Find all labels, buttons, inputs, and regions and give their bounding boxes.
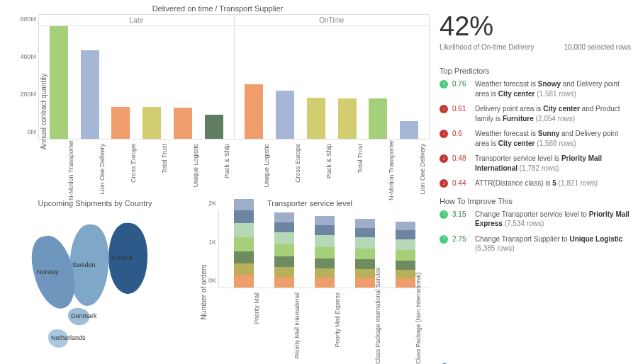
arrow-down-icon: ↓ <box>440 179 448 188</box>
predictor-text: Change Transporter service level to Prio… <box>475 210 631 229</box>
bar[interactable] <box>81 50 99 139</box>
stacked-bar[interactable] <box>396 222 415 288</box>
predictor-row[interactable]: ↑2.75Change Transport Supplier to Unique… <box>440 234 631 254</box>
predictor-value: 3.15 <box>452 210 471 220</box>
improve-heading: How To Improve This <box>440 197 631 205</box>
bar[interactable] <box>142 107 161 139</box>
bar[interactable] <box>307 98 325 139</box>
likelihood-percent: 42% <box>440 11 631 42</box>
predictor-text: Weather forecast is Sunny and Delivery p… <box>475 129 631 148</box>
predictor-row[interactable]: ↓0.44ATTR(Distance class) is 5 (1,821 ro… <box>440 178 631 188</box>
country-label: Denmark <box>71 312 97 319</box>
bar[interactable] <box>338 98 357 139</box>
y-tick: 2K <box>208 200 216 207</box>
bar[interactable] <box>400 121 418 139</box>
country-label: Norway <box>37 268 59 275</box>
stacked-bar[interactable] <box>234 199 254 288</box>
country-label: Finland <box>111 254 133 261</box>
predictor-text: Transporter service level is Priority Ma… <box>475 154 631 173</box>
predictor-text: Change Transport Supplier to Unique Logi… <box>475 234 631 254</box>
predictor-value: 0.61 <box>452 104 471 114</box>
predictor-row[interactable]: ↑0.76Weather forecast is Snowy and Deliv… <box>440 79 631 98</box>
selected-rows: 10,000 selected rows <box>564 43 631 51</box>
y-tick: 0M <box>27 128 36 135</box>
likelihood-subtitle: Likelihood of On-time Delivery <box>440 43 534 51</box>
bar[interactable] <box>174 108 192 139</box>
transporter-service-level-chart[interactable]: Transporter service level Number of orde… <box>190 199 430 364</box>
charts-panel: Delivered on time / Transport Supplier L… <box>0 0 432 364</box>
bar[interactable] <box>205 115 223 139</box>
predictor-value: 0.44 <box>452 178 471 188</box>
stacked-bar[interactable] <box>274 212 294 288</box>
upcoming-shipments-map[interactable]: Upcoming Shipments by Country SwedenFinl… <box>6 199 190 364</box>
arrow-up-icon: ↑ <box>440 235 448 244</box>
country-label: Netherlands <box>51 334 86 341</box>
stacked-bar[interactable] <box>315 216 335 288</box>
arrow-down-icon: ↓ <box>440 105 448 113</box>
y-tick: 600M <box>20 16 36 23</box>
bar[interactable] <box>369 98 387 139</box>
top-predictors-heading: Top Predictors <box>440 67 631 75</box>
predictor-value: 0.6 <box>452 129 471 139</box>
y-tick: 400M <box>20 53 36 60</box>
y-tick: 1K <box>208 239 216 246</box>
stacked-bar[interactable] <box>355 219 375 288</box>
arrow-down-icon: ↓ <box>440 130 448 138</box>
predictor-text: Delivery point area is City center and P… <box>475 104 631 123</box>
predictor-row[interactable]: ↓0.61Delivery point area is City center … <box>440 104 631 123</box>
chart-title: Delivered on time / Transport Supplier <box>6 4 430 13</box>
bar[interactable] <box>276 91 294 139</box>
bar[interactable] <box>245 84 263 139</box>
map-title: Upcoming Shipments by Country <box>6 199 184 207</box>
predictor-text: ATTR(Distance class) is 5 (1,821 rows) <box>475 178 631 188</box>
predictor-value: 0.76 <box>452 79 471 89</box>
bar[interactable] <box>111 107 130 139</box>
predictor-text: Weather forecast is Snowy and Delivery p… <box>475 79 631 98</box>
bar[interactable] <box>50 26 68 139</box>
x-label: First Class Package (Non International) <box>415 292 500 312</box>
predictor-value: 2.75 <box>452 234 471 244</box>
predictor-row[interactable]: ↑3.15Change Transporter service level to… <box>440 210 631 229</box>
country-label: Sweden <box>72 261 96 268</box>
x-label: Lion One Delivery <box>419 144 476 162</box>
group-header: Late <box>38 14 235 26</box>
arrow-up-icon: ↑ <box>440 210 448 219</box>
y-tick: 200M <box>20 91 36 98</box>
group-header: OnTime <box>235 14 430 26</box>
delivered-on-time-chart[interactable]: Delivered on time / Transport Supplier L… <box>6 4 430 196</box>
arrow-up-icon: ↑ <box>440 80 448 89</box>
y-tick: 0K <box>208 277 216 284</box>
